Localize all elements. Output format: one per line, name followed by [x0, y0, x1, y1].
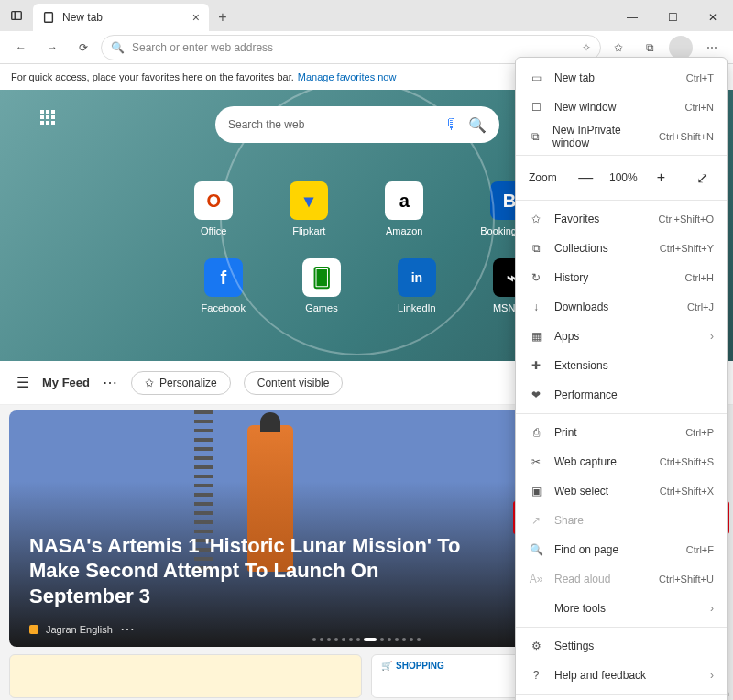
news-more-button[interactable]: ⋯ [120, 620, 136, 638]
menu-settings[interactable]: ⚙Settings [516, 631, 727, 661]
inprivate-icon: ⧉ [529, 130, 542, 143]
web-select-icon: ▣ [529, 485, 543, 498]
feed-more-button[interactable]: ⋯ [103, 374, 118, 391]
find-icon: 🔍 [529, 543, 543, 556]
close-window-button[interactable]: ✕ [693, 4, 733, 31]
chevron-right-icon: › [710, 602, 714, 615]
share-icon: ↗ [529, 514, 543, 527]
feed-menu-button[interactable]: ☰ [16, 374, 29, 391]
feed-label: My Feed [42, 376, 90, 389]
title-bar: New tab × + — ☐ ✕ [0, 0, 733, 31]
menu-find[interactable]: 🔍Find on pageCtrl+F [516, 535, 727, 564]
menu-new-window[interactable]: ☐New windowCtrl+N [516, 93, 727, 122]
svg-rect-1 [45, 13, 53, 23]
new-window-icon: ☐ [529, 101, 543, 114]
menu-help[interactable]: ?Help and feedback› [516, 661, 727, 690]
maximize-button[interactable]: ☐ [652, 4, 693, 31]
content-visible-button[interactable]: Content visible [244, 371, 344, 395]
print-icon: ⎙ [529, 426, 543, 439]
menu-downloads[interactable]: ↓DownloadsCtrl+J [516, 292, 727, 322]
read-aloud-icon: A» [529, 573, 543, 585]
tab-actions-icon [10, 9, 23, 22]
menu-read-aloud: A»Read aloudCtrl+Shift+U [516, 564, 727, 594]
tab-title: New tab [62, 11, 103, 24]
page-settings-button[interactable] [40, 110, 57, 126]
personalize-button[interactable]: ✩Personalize [131, 371, 231, 395]
menu-favorites[interactable]: ✩FavoritesCtrl+Shift+O [516, 204, 727, 234]
menu-new-tab[interactable]: ▭New tabCtrl+T [516, 63, 727, 93]
menu-collections[interactable]: ⧉CollectionsCtrl+Shift+Y [516, 234, 727, 263]
tab-actions-button[interactable] [0, 0, 33, 31]
browser-tab[interactable]: New tab × [33, 4, 209, 31]
menu-zoom: Zoom — 100% + ⤢ [516, 159, 727, 196]
close-tab-button[interactable]: × [192, 10, 200, 25]
menu-separator [516, 694, 727, 695]
menu-new-inprivate[interactable]: ⧉New InPrivate windowCtrl+Shift+N [516, 122, 727, 151]
tile-label: Facebook [202, 302, 246, 313]
avatar [669, 36, 693, 60]
menu-share: ↗Share [516, 506, 727, 535]
menu-apps[interactable]: ▦Apps› [516, 322, 727, 351]
performance-icon: ❤ [529, 388, 543, 401]
fullscreen-button[interactable]: ⤢ [690, 166, 714, 190]
menu-more-tools[interactable]: More tools› [516, 594, 727, 623]
window-controls: — ☐ ✕ [612, 4, 733, 31]
manage-favorites-link[interactable]: Manage favorites now [298, 71, 397, 82]
collections-icon: ⧉ [529, 242, 543, 255]
menu-web-capture[interactable]: ✂Web captureCtrl+Shift+S [516, 447, 727, 476]
carousel-dots[interactable] [312, 638, 421, 641]
page-icon [42, 11, 55, 24]
favorites-icon: ✩ [529, 213, 543, 225]
search-submit-icon[interactable]: 🔍 [468, 116, 487, 134]
chevron-right-icon: › [710, 669, 714, 682]
minimize-button[interactable]: — [612, 4, 652, 31]
new-tab-button[interactable]: + [209, 4, 236, 31]
source-logo [29, 625, 38, 634]
downloads-icon: ↓ [529, 301, 543, 313]
news-source: Jagran English⋯ [29, 620, 136, 638]
menu-web-select[interactable]: ▣Web selectCtrl+Shift+X [516, 476, 727, 506]
menu-print[interactable]: ⎙PrintCtrl+P [516, 418, 727, 447]
address-placeholder: Search or enter web address [132, 41, 273, 54]
zoom-label: Zoom [529, 171, 557, 184]
star-icon: ✩ [145, 377, 154, 389]
new-tab-icon: ▭ [529, 71, 543, 84]
history-icon: ↻ [529, 271, 543, 284]
menu-performance[interactable]: ❤Performance [516, 380, 727, 410]
menu-separator [516, 627, 727, 628]
zoom-value: 100% [607, 171, 640, 184]
gear-icon: ⚙ [529, 640, 543, 652]
favbar-text: For quick access, place your favorites h… [11, 71, 294, 82]
settings-menu: ▭New tabCtrl+T ☐New windowCtrl+N ⧉New In… [515, 57, 728, 700]
refresh-button[interactable]: ⟳ [70, 34, 97, 61]
menu-separator [516, 200, 727, 201]
svg-rect-0 [12, 12, 22, 20]
forward-button[interactable]: → [38, 34, 66, 61]
card-left[interactable] [9, 654, 362, 698]
bubble-decoration [220, 90, 495, 355]
menu-history[interactable]: ↻HistoryCtrl+H [516, 263, 727, 292]
search-icon: 🔍 [111, 41, 125, 54]
back-button[interactable]: ← [7, 34, 35, 61]
help-icon: ? [529, 669, 543, 682]
menu-separator [516, 155, 727, 156]
menu-separator [516, 413, 727, 414]
add-favorite-icon[interactable]: ✧ [582, 41, 591, 54]
web-capture-icon: ✂ [529, 455, 543, 468]
apps-icon: ▦ [529, 330, 543, 343]
news-headline: NASA's Artemis 1 'Historic Lunar Mission… [29, 533, 487, 609]
zoom-in-button[interactable]: + [649, 166, 673, 190]
chevron-right-icon: › [710, 330, 714, 343]
zoom-out-button[interactable]: — [574, 166, 597, 190]
menu-extensions[interactable]: ✚Extensions [516, 351, 727, 380]
extensions-icon: ✚ [529, 359, 543, 372]
